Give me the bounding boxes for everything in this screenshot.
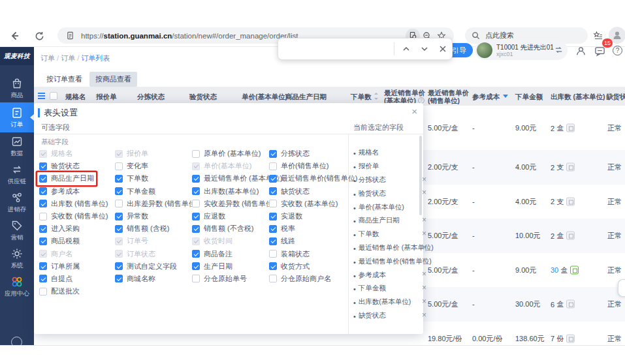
message-bubble-icon[interactable] (594, 46, 606, 57)
field-checkbox-item[interactable]: 最近销售单价(销售单位) (267, 172, 359, 185)
field-checkbox-item[interactable]: 下单金额 (113, 185, 157, 198)
field-checkbox-item[interactable]: 进入采购 (37, 222, 82, 235)
checkbox-icon[interactable] (192, 150, 200, 158)
sidebar-item[interactable]: 系统 (0, 245, 34, 273)
checkbox-icon[interactable] (39, 288, 47, 296)
field-checkbox-item[interactable]: 商品备注 (190, 248, 234, 260)
table-column-header[interactable]: 最近销售单价 (销售单位)? (428, 87, 469, 106)
remove-icon[interactable]: × (422, 229, 426, 238)
select-all-checkbox[interactable] (50, 92, 57, 100)
checkbox-icon[interactable] (115, 262, 123, 270)
modal-close-icon[interactable]: × (411, 106, 417, 117)
field-checkbox-item[interactable]: 生产日期 (190, 260, 234, 273)
field-checkbox-item[interactable]: 报价单 (113, 147, 150, 160)
checkbox-icon[interactable] (39, 213, 47, 220)
note-icon[interactable] (570, 265, 579, 274)
note-icon[interactable] (566, 232, 575, 240)
note-icon[interactable] (566, 300, 575, 309)
remove-icon[interactable]: × (422, 297, 426, 306)
field-checkbox-item[interactable]: 商品生产日期 (37, 172, 96, 185)
checkbox-icon[interactable] (269, 225, 277, 233)
checkbox-icon[interactable] (115, 187, 123, 195)
checkbox-icon[interactable] (192, 262, 200, 270)
field-checkbox-item[interactable]: 缺货状态 (267, 185, 312, 198)
sidebar-item[interactable]: 数据 (0, 132, 34, 160)
checkbox-icon[interactable] (39, 200, 47, 207)
checkbox-icon[interactable] (269, 200, 277, 207)
checkbox-icon[interactable] (192, 213, 200, 220)
field-checkbox-item[interactable]: 规格名 (37, 147, 74, 160)
note-icon[interactable] (566, 197, 575, 205)
field-checkbox-item[interactable]: 原单价 (基本单位) (190, 147, 263, 160)
field-checkbox-item[interactable]: 实收数 (销售单位) (37, 210, 110, 222)
field-checkbox-item[interactable]: 实退数 (267, 210, 304, 222)
sidebar-item[interactable]: 进销存 (0, 189, 34, 217)
checkbox-icon[interactable] (39, 262, 47, 270)
sidebar-item[interactable]: 营销 (0, 217, 34, 245)
checkbox-icon[interactable] (39, 250, 47, 258)
field-checkbox-item[interactable]: 出库差异数 (销售单位) (113, 198, 200, 210)
note-icon[interactable] (566, 124, 575, 132)
field-checkbox-item[interactable]: 销售额 (不含税) (190, 222, 255, 235)
checkbox-icon[interactable] (115, 225, 123, 233)
back-icon[interactable] (7, 28, 22, 44)
field-checkbox-item[interactable]: 订单所属 (37, 260, 82, 273)
checkbox-icon[interactable] (39, 150, 47, 158)
field-checkbox-item[interactable]: 应退数 (190, 210, 227, 222)
checkbox-icon[interactable] (115, 150, 123, 158)
checkbox-icon[interactable] (39, 187, 47, 195)
checkbox-icon[interactable] (192, 200, 200, 207)
field-checkbox-item[interactable]: 商城名称 (113, 273, 157, 285)
checkbox-icon[interactable] (269, 187, 277, 195)
remove-icon[interactable]: × (422, 188, 426, 197)
checkbox-icon[interactable] (115, 275, 123, 282)
checkbox-icon[interactable] (269, 262, 277, 270)
checkbox-icon[interactable] (39, 175, 47, 183)
field-checkbox-item[interactable]: 订单状态 (113, 248, 157, 260)
checkbox-icon[interactable] (192, 275, 200, 282)
checkbox-icon[interactable] (269, 162, 277, 170)
table-column-header[interactable]: 下单金额 ? (515, 87, 543, 106)
table-column-header[interactable]: 出库数 (基本单位) ? (551, 87, 612, 106)
checkbox-icon[interactable] (269, 175, 277, 183)
table-column-header[interactable]: 缺货状态 ? (606, 87, 625, 106)
field-checkbox-item[interactable]: 分仓原始商户名 (267, 273, 333, 285)
floating-side-widget[interactable] (618, 279, 625, 297)
view-tab[interactable]: 按订单查看 (40, 72, 88, 87)
close-icon[interactable] (434, 40, 452, 58)
field-checkbox-item[interactable]: 出库数(基本单位) (190, 185, 261, 198)
field-checkbox-item[interactable]: 单价(销售单位) (267, 160, 330, 172)
field-checkbox-item[interactable]: 线路 (267, 235, 297, 247)
checkbox-icon[interactable] (269, 237, 277, 245)
sidebar-item[interactable]: 供应链 (0, 160, 34, 189)
checkbox-icon[interactable] (115, 175, 123, 183)
checkbox-icon[interactable] (115, 237, 123, 245)
field-checkbox-item[interactable]: 参考成本 (37, 185, 82, 198)
site-info-icon[interactable] (63, 29, 77, 43)
field-checkbox-item[interactable]: 配送批次 (37, 285, 82, 297)
remove-icon[interactable]: × (422, 311, 426, 320)
remove-icon[interactable]: × (422, 283, 426, 292)
help-icon[interactable]: ? (613, 46, 622, 55)
remove-icon[interactable]: × (422, 256, 426, 265)
sidebar-item[interactable]: 订单 (0, 102, 34, 132)
field-checkbox-item[interactable]: 实收差异数 (销售单位) (190, 198, 277, 210)
checkbox-icon[interactable] (39, 162, 47, 170)
checkbox-icon[interactable] (115, 200, 123, 207)
checkbox-icon[interactable] (115, 162, 123, 170)
remove-icon[interactable]: × (422, 243, 426, 252)
reload-icon[interactable] (31, 28, 47, 44)
note-icon[interactable] (566, 334, 575, 342)
checkbox-icon[interactable] (269, 213, 277, 220)
checkbox-icon[interactable] (192, 237, 200, 245)
field-checkbox-item[interactable]: 销售额 (含税) (113, 222, 171, 235)
checkbox-icon[interactable] (269, 275, 277, 282)
field-checkbox-item[interactable]: 单价(基本单位) (190, 160, 253, 172)
remove-icon[interactable]: × (422, 175, 426, 184)
field-checkbox-item[interactable]: 实收数 (基本单位) (267, 198, 340, 210)
field-checkbox-item[interactable]: 订单号 (113, 235, 150, 247)
view-tab[interactable]: 按商品查看 (89, 72, 137, 87)
remove-icon[interactable]: × (422, 269, 426, 279)
checkbox-icon[interactable] (192, 187, 200, 195)
scrollbar-thumb[interactable] (419, 136, 422, 215)
